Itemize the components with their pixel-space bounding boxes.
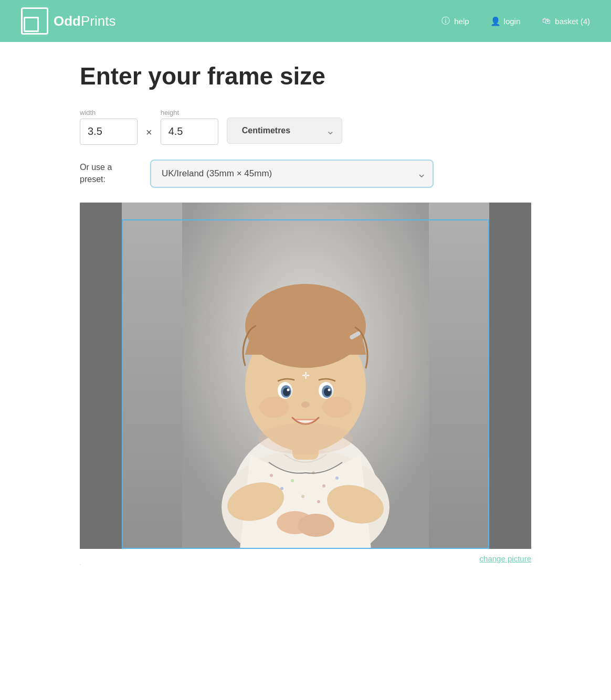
site-header: OddPrints ⓘ help 👤 login 🛍 basket (4) (0, 0, 611, 42)
width-input[interactable] (80, 119, 138, 145)
main-content: Enter your frame size width × height Cen… (69, 42, 542, 597)
height-input[interactable] (161, 119, 218, 145)
svg-point-29 (328, 388, 331, 391)
basket-label: basket (4) (555, 17, 590, 26)
preset-label: Or use apreset: (80, 162, 138, 185)
height-label: height (161, 109, 218, 116)
svg-point-32 (322, 397, 352, 418)
svg-point-33 (258, 423, 353, 454)
svg-point-6 (291, 479, 294, 482)
side-gray-left (80, 203, 122, 549)
crosshair-icon: ✛ (302, 370, 310, 381)
info-icon: ⓘ (440, 16, 451, 26)
svg-point-12 (317, 500, 320, 503)
svg-point-28 (287, 388, 290, 391)
preset-row: Or use apreset: UK/Ireland (35mm × 45mm)… (80, 160, 531, 188)
svg-point-9 (335, 476, 339, 480)
width-label: width (80, 109, 138, 116)
change-picture-label: change picture (480, 554, 531, 563)
side-gray-right (489, 203, 531, 549)
svg-point-4 (270, 474, 273, 477)
svg-point-8 (322, 484, 325, 487)
image-preview-container: ✛ change picture (80, 203, 531, 565)
main-nav: ⓘ help 👤 login 🛍 basket (4) (440, 16, 590, 26)
logo-icon (21, 7, 48, 35)
height-input-group: height (161, 109, 218, 145)
basket-icon: 🛍 (541, 16, 552, 26)
image-area: ✛ (80, 203, 531, 549)
size-inputs-row: width × height Centimetres Millimetres I… (80, 109, 531, 145)
unit-select-wrapper: Centimetres Millimetres Inches ⌄ (227, 118, 342, 144)
svg-point-30 (301, 401, 310, 408)
logo-area: OddPrints (21, 7, 440, 35)
preset-select[interactable]: UK/Ireland (35mm × 45mm) US (2" × 2") EU… (150, 160, 434, 188)
times-symbol: × (146, 126, 152, 139)
svg-point-31 (259, 397, 289, 418)
user-icon: 👤 (490, 16, 501, 26)
change-picture-link[interactable]: change picture (80, 549, 531, 565)
login-link[interactable]: 👤 login (490, 16, 521, 26)
width-input-group: width (80, 109, 138, 145)
help-label: help (454, 17, 469, 26)
brand-name: OddPrints (54, 13, 115, 29)
help-link[interactable]: ⓘ help (440, 16, 469, 26)
photo-background: ✛ (80, 203, 531, 549)
svg-point-11 (301, 495, 304, 498)
unit-select[interactable]: Centimetres Millimetres Inches (227, 118, 342, 144)
basket-link[interactable]: 🛍 basket (4) (541, 16, 590, 26)
page-title: Enter your frame size (80, 63, 531, 90)
preset-select-wrapper: UK/Ireland (35mm × 45mm) US (2" × 2") EU… (150, 160, 434, 188)
svg-point-17 (298, 514, 334, 537)
login-label: login (504, 17, 521, 26)
logo-inner-box (24, 17, 39, 32)
